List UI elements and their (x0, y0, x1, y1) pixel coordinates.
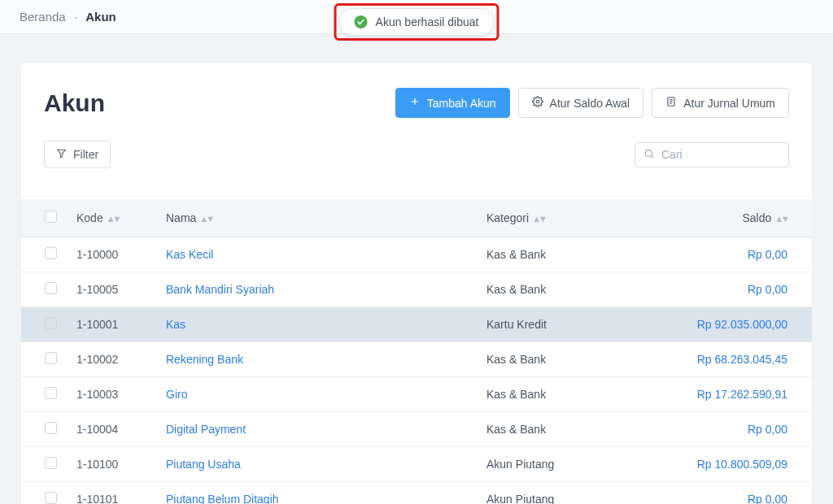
header-kode[interactable]: Kode▲▼ (68, 199, 158, 237)
row-kategori: Kas & Bank (478, 412, 657, 447)
filter-button[interactable]: Filter (44, 141, 111, 168)
checkbox-icon[interactable] (45, 492, 57, 504)
row-checkbox-cell[interactable] (21, 377, 68, 412)
account-balance-link[interactable]: Rp 0,00 (748, 493, 787, 504)
row-saldo: Rp 10.800.509,09 (657, 447, 812, 482)
toast-container: Akun berhasil dibuat (334, 3, 499, 41)
account-name-link[interactable]: Giro (166, 388, 187, 401)
checkbox-icon[interactable] (45, 387, 57, 399)
row-kategori: Kas & Bank (478, 237, 657, 272)
account-name-link[interactable]: Bank Mandiri Syariah (166, 283, 274, 296)
page-title: Akun (44, 89, 105, 117)
accounts-table: Kode▲▼ Nama▲▼ Kategori▲▼ Saldo▲▼ 1-10000… (21, 199, 812, 504)
sort-icon: ▲▼ (774, 214, 787, 224)
header-nama[interactable]: Nama▲▼ (158, 199, 478, 237)
table-row[interactable]: 1-10005Bank Mandiri SyariahKas & BankRp … (21, 272, 812, 307)
account-name-link[interactable]: Kas (166, 318, 185, 331)
row-nama: Giro (158, 377, 478, 412)
row-checkbox-cell[interactable] (21, 447, 68, 482)
accounts-table-wrap: Kode▲▼ Nama▲▼ Kategori▲▼ Saldo▲▼ 1-10000… (21, 199, 812, 504)
account-balance-link[interactable]: Rp 68.263.045,45 (697, 353, 787, 366)
checkbox-icon[interactable] (45, 457, 57, 469)
table-row[interactable]: 1-10001KasKartu KreditRp 92.035.000,00 (21, 307, 812, 342)
account-name-link[interactable]: Kas Kecil (166, 248, 213, 261)
checkbox-icon[interactable] (45, 422, 57, 434)
card-header: Akun Tambah Akun Atur Saldo Awal Atur Ju… (21, 88, 812, 118)
row-checkbox-cell[interactable] (21, 342, 68, 377)
search-input[interactable] (661, 148, 780, 161)
header-actions: Tambah Akun Atur Saldo Awal Atur Jurnal … (395, 88, 789, 118)
sort-icon: ▲▼ (532, 214, 545, 224)
row-kode: 1-10101 (68, 482, 158, 505)
row-saldo: Rp 92.035.000,00 (657, 307, 812, 342)
svg-point-8 (645, 150, 652, 156)
toolbar: Filter (21, 118, 812, 168)
toast-callout-box: Akun berhasil dibuat (334, 3, 499, 41)
account-name-link[interactable]: Rekening Bank (166, 353, 243, 366)
table-row[interactable]: 1-10100Piutang UsahaAkun PiutangRp 10.80… (21, 447, 812, 482)
checkbox-icon[interactable] (45, 282, 57, 294)
account-name-link[interactable]: Digital Payment (166, 423, 246, 436)
success-toast: Akun berhasil dibuat (339, 8, 495, 36)
row-kode: 1-10000 (68, 237, 158, 272)
main-card: Akun Tambah Akun Atur Saldo Awal Atur Ju… (21, 63, 812, 504)
account-name-link[interactable]: Piutang Usaha (166, 458, 241, 471)
row-kategori: Akun Piutang (478, 447, 657, 482)
opening-balance-button[interactable]: Atur Saldo Awal (518, 88, 644, 118)
filter-label: Filter (73, 148, 98, 161)
select-all-header[interactable] (21, 199, 68, 237)
account-balance-link[interactable]: Rp 17.262.590,91 (697, 388, 787, 401)
account-balance-link[interactable]: Rp 10.800.509,09 (697, 458, 787, 471)
checkbox-icon[interactable] (45, 211, 57, 223)
journal-icon (665, 96, 677, 110)
account-balance-link[interactable]: Rp 0,00 (748, 283, 787, 296)
add-account-button[interactable]: Tambah Akun (395, 88, 510, 118)
row-checkbox-cell[interactable] (21, 307, 68, 342)
table-row[interactable]: 1-10000Kas KecilKas & BankRp 0,00 (21, 237, 812, 272)
account-balance-link[interactable]: Rp 0,00 (748, 248, 787, 261)
row-kode: 1-10002 (68, 342, 158, 377)
row-nama: Bank Mandiri Syariah (158, 272, 478, 307)
checkbox-icon[interactable] (45, 352, 57, 364)
header-saldo[interactable]: Saldo▲▼ (657, 199, 812, 237)
header-nama-label: Nama (166, 211, 196, 224)
row-kategori: Akun Piutang (478, 482, 657, 505)
row-kategori: Kas & Bank (478, 377, 657, 412)
row-checkbox-cell[interactable] (21, 482, 68, 505)
row-kategori: Kartu Kredit (478, 307, 657, 342)
gear-icon (532, 96, 543, 110)
table-row[interactable]: 1-10004Digital PaymentKas & BankRp 0,00 (21, 412, 812, 447)
row-kategori: Kas & Bank (478, 342, 657, 377)
row-kategori: Kas & Bank (478, 272, 657, 307)
general-journal-button[interactable]: Atur Jurnal Umum (652, 88, 789, 118)
row-saldo: Rp 0,00 (657, 412, 812, 447)
table-row[interactable]: 1-10101Piutang Belum DitagihAkun Piutang… (21, 482, 812, 505)
sort-icon: ▲▼ (199, 214, 212, 224)
sort-icon: ▲▼ (107, 214, 120, 224)
row-checkbox-cell[interactable] (21, 272, 68, 307)
search-box[interactable] (635, 142, 789, 167)
row-nama: Piutang Belum Ditagih (158, 482, 478, 505)
account-balance-link[interactable]: Rp 92.035.000,00 (697, 318, 787, 331)
row-checkbox-cell[interactable] (21, 237, 68, 272)
add-account-label: Tambah Akun (427, 97, 496, 110)
account-name-link[interactable]: Piutang Belum Ditagih (166, 493, 279, 504)
table-row[interactable]: 1-10002Rekening BankKas & BankRp 68.263.… (21, 342, 812, 377)
svg-line-9 (652, 155, 654, 158)
breadcrumb-home[interactable]: Beranda (20, 10, 66, 24)
row-nama: Kas (158, 307, 478, 342)
row-nama: Digital Payment (158, 412, 478, 447)
row-kode: 1-10100 (68, 447, 158, 482)
checkbox-icon[interactable] (45, 247, 57, 259)
row-saldo: Rp 68.263.045,45 (657, 342, 812, 377)
checkbox-icon[interactable] (45, 317, 57, 329)
header-kode-label: Kode (76, 211, 103, 224)
account-balance-link[interactable]: Rp 0,00 (748, 423, 787, 436)
row-checkbox-cell[interactable] (21, 412, 68, 447)
opening-balance-label: Atur Saldo Awal (550, 97, 630, 110)
header-kategori[interactable]: Kategori▲▼ (478, 199, 657, 237)
row-kode: 1-10003 (68, 377, 158, 412)
general-journal-label: Atur Jurnal Umum (683, 97, 775, 110)
table-row[interactable]: 1-10003GiroKas & BankRp 17.262.590,91 (21, 377, 812, 412)
header-kategori-label: Kategori (486, 211, 529, 224)
